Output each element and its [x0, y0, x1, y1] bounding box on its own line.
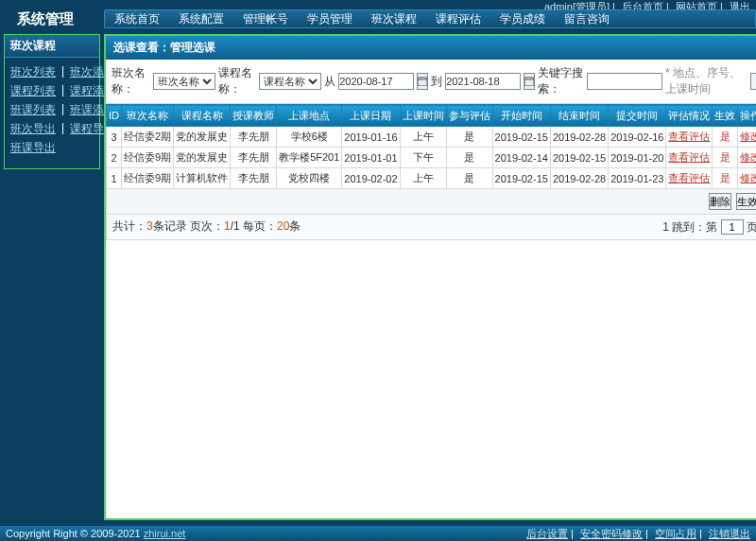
table-row: 1经信委9期计算机软件李先朋党校四楼2019-02-02上午是2019-02-1… [107, 168, 757, 189]
keyword-hint: * 地点、序号、上课时间 [665, 65, 747, 97]
th: 班次名称 [122, 105, 174, 127]
review-link[interactable]: 查看评估 [668, 172, 710, 183]
svg-rect-0 [418, 78, 427, 86]
keyword-label: 关键字搜索： [538, 65, 584, 97]
th: 提交时间 [609, 105, 666, 127]
th: 开始时间 [492, 105, 550, 127]
menu-item[interactable]: 系统配置 [169, 11, 233, 27]
copyright-link[interactable]: zhirui.net [144, 528, 186, 539]
footer-link[interactable]: 后台设置 [526, 528, 568, 539]
th-id: ID [107, 105, 122, 127]
course-select[interactable]: 课程名称 [259, 73, 321, 90]
menu-item[interactable]: 留言咨询 [555, 11, 619, 27]
panel-title: 选课查看：管理选课 [106, 36, 756, 60]
edit-link[interactable]: 修改 [740, 151, 756, 163]
edit-link[interactable]: 修改 [740, 172, 756, 183]
menu-item[interactable]: 课程评估 [426, 11, 490, 27]
table-row: 2经信委9期党的发展史李先朋教学楼5F2012019-01-01下午是2019-… [107, 148, 757, 168]
sidebar-link[interactable]: 班课导出 [10, 140, 56, 156]
pager-rec: 条记录 页次： [153, 219, 224, 233]
search-button[interactable]: 立即搜索 [750, 73, 756, 90]
delete-button[interactable]: 删除 [709, 193, 731, 210]
class-select[interactable]: 班次名称 [153, 73, 215, 90]
th: 上课时间 [400, 105, 446, 127]
th: 结束时间 [550, 105, 608, 127]
review-link[interactable]: 查看评估 [668, 151, 710, 163]
app-title: 系统管理 [0, 9, 104, 28]
menu-item[interactable]: 管理帐号 [233, 11, 298, 27]
filter-class-label: 班次名称： [112, 65, 150, 97]
menu-item[interactable]: 学员成绩 [490, 11, 555, 27]
sidebar-link[interactable]: 班课列表 [10, 102, 56, 118]
table-row: 3经信委2期党的发展史李先朋学校6楼2019-01-16上午是2019-02-1… [107, 127, 757, 148]
th: 上课地点 [277, 105, 342, 127]
sidebar-link[interactable]: 课程列表 [10, 83, 56, 99]
sidebar-link[interactable]: 班次导出 [10, 121, 56, 137]
footer-link[interactable]: 安全密码修改 [580, 528, 643, 539]
pager-pages: 1 [233, 219, 240, 233]
date-to-input[interactable] [445, 73, 521, 90]
from-label: 从 [324, 74, 335, 90]
filter-course-label: 课程名称： [218, 65, 257, 97]
sidebar-link[interactable]: 班次列表 [10, 64, 56, 80]
pager-total: 3 [146, 219, 153, 233]
pager-jump-num: 1 [662, 220, 669, 234]
pager-page-input[interactable] [721, 219, 744, 235]
footer-link[interactable]: 注销退出 [709, 528, 750, 539]
th: 上课日期 [342, 105, 400, 127]
menu-item[interactable]: 班次课程 [362, 11, 426, 27]
pager-page: 1 [224, 219, 231, 233]
th: 参与评估 [446, 105, 492, 127]
calendar-icon[interactable] [417, 73, 428, 90]
to-label: 到 [431, 74, 442, 90]
calendar-icon[interactable] [524, 73, 535, 90]
th: 授课教师 [231, 105, 277, 127]
keyword-input[interactable] [587, 73, 662, 90]
menu-item[interactable]: 系统首页 [105, 11, 169, 27]
th: 生效 [713, 105, 738, 127]
edit-link[interactable]: 修改 [740, 131, 756, 142]
pager-total-prefix: 共计： [112, 219, 146, 233]
data-table: ID 班次名称 课程名称 授课教师 上课地点 上课日期 上课时间 参与评估 开始… [106, 104, 756, 189]
copyright-text: Copyright Right © 2009-2021 [6, 528, 144, 539]
th: 操作 [738, 105, 756, 127]
enable-button[interactable]: 生效 [736, 193, 756, 210]
svg-rect-2 [524, 78, 534, 86]
main-menu: 系统首页 系统配置 管理帐号 学员管理 班次课程 课程评估 学员成绩 留言咨询 [104, 9, 756, 28]
th: 评估情况 [666, 105, 713, 127]
review-link[interactable]: 查看评估 [668, 131, 710, 142]
date-from-input[interactable] [338, 73, 414, 90]
sidebar-title: 班次课程 [5, 35, 99, 58]
th: 课程名称 [174, 105, 231, 127]
menu-item[interactable]: 学员管理 [298, 11, 362, 27]
pager-perpage: 20 [277, 219, 289, 233]
footer-link[interactable]: 空间占用 [655, 528, 696, 539]
